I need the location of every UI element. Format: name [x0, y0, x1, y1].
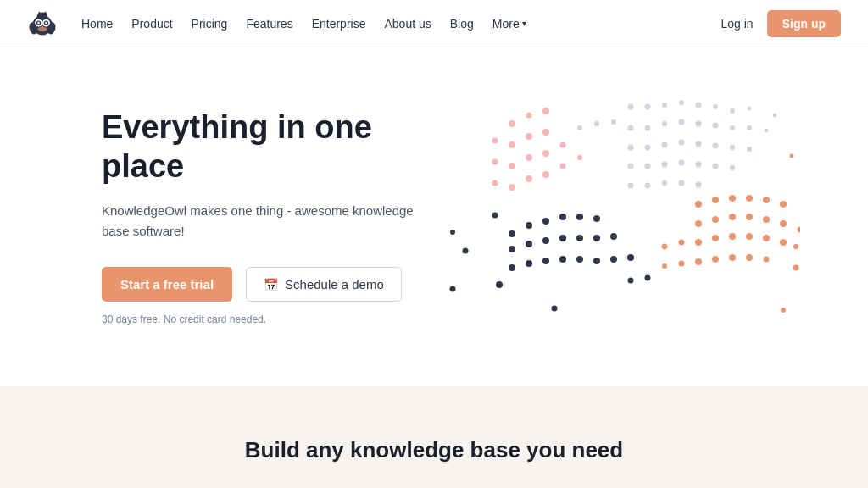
svg-point-53 [662, 142, 668, 148]
svg-point-101 [628, 278, 634, 284]
svg-point-57 [730, 145, 735, 150]
svg-point-79 [593, 215, 600, 222]
nav-more[interactable]: More ▾ [492, 17, 526, 30]
svg-point-21 [542, 129, 549, 136]
demo-button[interactable]: 📅 Schedule a demo [246, 267, 402, 302]
nav-product[interactable]: Product [131, 17, 172, 30]
svg-point-68 [662, 180, 668, 186]
svg-point-26 [560, 142, 566, 148]
svg-point-54 [679, 140, 685, 146]
svg-point-115 [695, 239, 702, 246]
svg-point-121 [679, 240, 685, 246]
svg-point-96 [496, 281, 503, 288]
svg-point-19 [509, 141, 515, 148]
svg-point-32 [577, 155, 582, 160]
svg-point-81 [526, 241, 532, 247]
nav-blog[interactable]: Blog [450, 17, 474, 30]
svg-point-49 [747, 125, 752, 130]
svg-point-123 [695, 258, 702, 265]
svg-point-132 [790, 154, 794, 158]
svg-point-15 [509, 120, 515, 127]
section-title: Build any knowledge base you need [68, 437, 800, 463]
svg-point-92 [593, 258, 600, 264]
svg-point-27 [492, 180, 498, 186]
svg-point-28 [509, 184, 515, 191]
svg-point-63 [696, 162, 702, 168]
svg-point-122 [662, 244, 668, 250]
svg-point-77 [559, 214, 566, 220]
svg-point-29 [526, 175, 532, 182]
hero-visual [444, 98, 800, 336]
svg-point-114 [798, 227, 801, 233]
svg-point-17 [542, 108, 549, 114]
svg-point-40 [748, 107, 752, 111]
signup-button[interactable]: Sign up [767, 10, 841, 37]
nav-left: Home Product Pricing Features Enterprise… [27, 8, 526, 39]
svg-point-45 [679, 119, 685, 125]
svg-point-95 [492, 213, 498, 219]
svg-point-22 [492, 159, 498, 165]
svg-point-20 [526, 133, 532, 140]
svg-point-85 [593, 235, 600, 241]
dot-pattern [444, 98, 800, 336]
nav-enterprise[interactable]: Enterprise [312, 17, 366, 30]
svg-point-80 [509, 246, 515, 252]
svg-point-35 [662, 103, 667, 108]
svg-point-99 [450, 230, 455, 235]
svg-point-116 [712, 235, 719, 241]
svg-point-83 [559, 235, 566, 241]
nav-features[interactable]: Features [246, 17, 292, 30]
svg-point-84 [576, 235, 583, 241]
logo[interactable] [27, 8, 58, 39]
svg-point-109 [712, 216, 719, 223]
svg-point-37 [696, 103, 702, 108]
svg-point-88 [526, 260, 532, 267]
svg-point-5 [37, 21, 40, 24]
hero-buttons: Start a free trial 📅 Schedule a demo [102, 267, 444, 302]
svg-point-74 [509, 230, 515, 237]
svg-point-52 [645, 145, 651, 151]
svg-point-48 [730, 125, 735, 130]
svg-point-94 [627, 254, 634, 261]
svg-point-31 [560, 164, 566, 169]
svg-point-105 [746, 195, 753, 202]
svg-point-107 [780, 201, 787, 208]
calendar-icon: 📅 [264, 278, 278, 291]
svg-point-51 [628, 145, 634, 151]
svg-point-61 [662, 162, 668, 168]
svg-point-38 [713, 104, 718, 109]
nav-pricing[interactable]: Pricing [192, 17, 228, 30]
svg-point-87 [509, 264, 515, 271]
svg-point-73 [611, 119, 616, 125]
svg-point-65 [730, 165, 735, 170]
svg-point-126 [746, 254, 753, 261]
nav-about[interactable]: About us [384, 17, 431, 30]
svg-point-119 [763, 235, 770, 241]
svg-point-47 [713, 123, 719, 129]
hero-content: Everything in one place KnowledgeOwl mak… [102, 108, 444, 325]
nav-links: Home Product Pricing Features Enterprise… [81, 17, 526, 30]
svg-point-67 [645, 183, 651, 189]
svg-point-66 [628, 183, 634, 189]
svg-point-70 [696, 182, 702, 188]
svg-point-41 [773, 114, 777, 118]
svg-point-82 [542, 237, 549, 244]
svg-point-44 [662, 121, 667, 126]
svg-point-86 [610, 233, 617, 240]
svg-point-104 [729, 195, 736, 202]
svg-point-34 [645, 104, 651, 110]
svg-point-112 [763, 216, 770, 223]
svg-point-117 [729, 233, 736, 240]
svg-point-62 [679, 160, 685, 166]
svg-point-100 [645, 275, 651, 281]
nav-home[interactable]: Home [81, 17, 113, 30]
svg-point-64 [713, 164, 719, 169]
svg-point-89 [542, 258, 549, 264]
trial-button[interactable]: Start a free trial [102, 267, 232, 302]
chevron-down-icon: ▾ [522, 19, 526, 28]
svg-point-69 [679, 180, 685, 186]
svg-point-129 [662, 263, 667, 269]
svg-point-72 [594, 121, 599, 126]
svg-point-134 [552, 306, 558, 312]
login-button[interactable]: Log in [721, 17, 754, 30]
